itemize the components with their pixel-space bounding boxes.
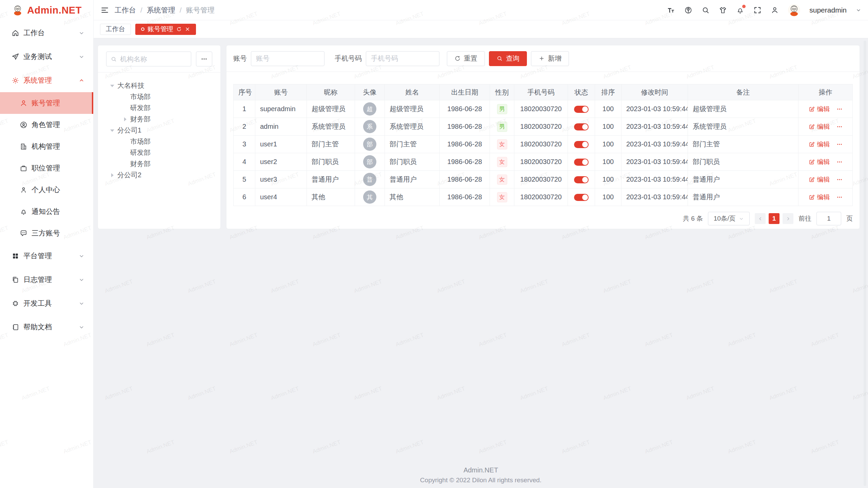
sidebar-item-三方账号[interactable]: 三方账号 <box>0 222 93 244</box>
sidebar-item-label: 开发工具 <box>23 299 79 308</box>
sidebar-item-通知公告[interactable]: 通知公告 <box>0 201 93 222</box>
query-button[interactable]: 查询 <box>489 51 527 66</box>
tree-node-市场部[interactable]: 市场部 <box>106 91 212 102</box>
sidebar-item-职位管理[interactable]: 职位管理 <box>0 157 93 179</box>
more-actions-button[interactable] <box>836 194 843 200</box>
sidebar-item-系统管理[interactable]: 系统管理 <box>0 68 93 92</box>
sidebar: Admin.NET 工作台业务测试系统管理账号管理角色管理机构管理职位管理个人中… <box>0 0 94 488</box>
breadcrumb-item[interactable]: 工作台 <box>115 5 136 15</box>
tree-node-财务部[interactable]: 财务部 <box>106 158 212 169</box>
tree-caret-icon[interactable] <box>110 172 115 178</box>
more-actions-button[interactable] <box>836 124 843 130</box>
tree-caret-icon[interactable] <box>110 83 115 88</box>
goto-page-input[interactable] <box>816 212 841 225</box>
sidebar-item-机构管理[interactable]: 机构管理 <box>0 136 93 157</box>
phone-filter-input[interactable] <box>366 51 439 66</box>
language-button[interactable] <box>684 6 692 14</box>
edit-button[interactable]: 编辑 <box>809 140 830 149</box>
sidebar-item-帮助文档[interactable]: 帮助文档 <box>0 315 93 339</box>
cell-name: 普通用户 <box>385 171 440 188</box>
sidebar-item-日志管理[interactable]: 日志管理 <box>0 268 93 291</box>
header-icon-group <box>667 6 779 14</box>
cell-status <box>568 188 595 206</box>
add-button[interactable]: 新增 <box>531 51 569 66</box>
cell-account: admin <box>255 118 307 136</box>
edit-button[interactable]: 编辑 <box>809 158 830 166</box>
theme-button[interactable] <box>719 6 727 14</box>
sidebar-item-工作台[interactable]: 工作台 <box>0 21 93 45</box>
status-toggle[interactable] <box>574 141 589 148</box>
tree-node-财务部[interactable]: 财务部 <box>106 114 212 125</box>
chat-icon <box>20 229 27 237</box>
status-toggle[interactable] <box>574 176 589 183</box>
column-header-出生日期: 出生日期 <box>440 84 490 100</box>
edit-button[interactable]: 编辑 <box>809 105 830 114</box>
sidebar-item-开发工具[interactable]: 开发工具 <box>0 291 93 315</box>
tree-caret-spacer <box>122 139 128 144</box>
breadcrumb-item[interactable]: 账号管理 <box>186 5 215 15</box>
search-button[interactable] <box>702 6 710 14</box>
grid-icon <box>12 252 19 260</box>
tree-node-分公司1[interactable]: 分公司1 <box>106 125 212 136</box>
user-menu-chevron-icon[interactable] <box>856 7 861 13</box>
font-size-button[interactable] <box>667 6 675 14</box>
menu-collapse-icon[interactable] <box>100 6 109 15</box>
cell-sort: 100 <box>595 171 622 188</box>
tree-more-button[interactable] <box>196 52 212 66</box>
account-filter-input[interactable] <box>251 51 324 66</box>
status-toggle[interactable] <box>574 159 589 166</box>
query-button-label: 查询 <box>506 54 519 63</box>
sidebar-item-账号管理[interactable]: 账号管理 <box>0 92 93 114</box>
tree-node-研发部[interactable]: 研发部 <box>106 147 212 158</box>
tree-caret-icon[interactable] <box>122 117 128 122</box>
profile-button[interactable] <box>771 6 779 14</box>
cell-modified: 2023-01-03 10:59:44 <box>622 188 688 206</box>
app-logo[interactable]: Admin.NET <box>0 0 93 20</box>
edit-button[interactable]: 编辑 <box>809 193 830 202</box>
reset-button[interactable]: 重置 <box>447 51 485 66</box>
status-toggle[interactable] <box>574 194 589 201</box>
search-icon <box>702 6 710 14</box>
more-actions-button[interactable] <box>836 106 843 112</box>
tree-caret-icon[interactable] <box>110 128 115 133</box>
fullscreen-button[interactable] <box>753 6 762 14</box>
tree-node-大名科技[interactable]: 大名科技 <box>106 80 212 91</box>
cell-modified: 2023-01-03 10:59:44 <box>622 171 688 188</box>
tree-node-研发部[interactable]: 研发部 <box>106 102 212 114</box>
edit-icon <box>809 194 815 200</box>
cell-phone: 18020030720 <box>514 171 568 188</box>
cell-phone: 18020030720 <box>514 100 568 118</box>
status-toggle[interactable] <box>574 106 589 113</box>
prev-page-button[interactable] <box>755 213 766 224</box>
org-search-input[interactable] <box>120 55 187 63</box>
user-avatar[interactable] <box>788 4 800 16</box>
breadcrumb-item[interactable]: 系统管理 <box>147 5 175 15</box>
tree-node-市场部[interactable]: 市场部 <box>106 136 212 147</box>
more-actions-button[interactable] <box>836 177 843 183</box>
status-toggle[interactable] <box>574 123 589 130</box>
sidebar-item-业务测试[interactable]: 业务测试 <box>0 45 93 68</box>
cell-gender: 男 <box>490 118 514 136</box>
copy-doc-icon <box>12 276 19 284</box>
gear-icon <box>12 77 19 84</box>
more-actions-button[interactable] <box>836 159 843 165</box>
next-page-button[interactable] <box>783 213 793 224</box>
sidebar-item-平台管理[interactable]: 平台管理 <box>0 244 93 268</box>
current-page-button[interactable]: 1 <box>769 213 780 224</box>
edit-button[interactable]: 编辑 <box>809 122 830 131</box>
scrollbar[interactable] <box>864 41 866 486</box>
page-size-select[interactable]: 10条/页 <box>708 212 750 225</box>
tree-node-label: 财务部 <box>130 115 151 124</box>
sidebar-item-角色管理[interactable]: 角色管理 <box>0 114 93 136</box>
sidebar-item-个人中心[interactable]: 个人中心 <box>0 179 93 201</box>
tab-工作台[interactable]: 工作台 <box>100 24 131 35</box>
briefcase-icon <box>20 164 27 172</box>
notification-button[interactable] <box>736 6 744 14</box>
table-row: 4user2部门职员部部门职员1986-06-28女18020030720100… <box>234 153 853 171</box>
send-icon <box>12 53 19 61</box>
tab-账号管理[interactable]: 账号管理 <box>135 24 196 35</box>
more-actions-button[interactable] <box>836 141 843 147</box>
edit-button[interactable]: 编辑 <box>809 175 830 184</box>
username[interactable]: superadmin <box>809 6 847 14</box>
tree-node-分公司2[interactable]: 分公司2 <box>106 169 212 181</box>
